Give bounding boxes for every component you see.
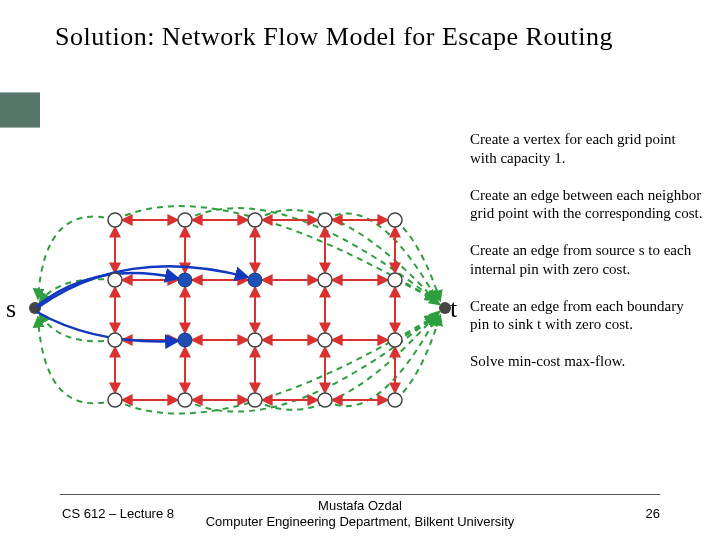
svg-point-42	[248, 333, 262, 347]
svg-point-51	[248, 273, 262, 287]
svg-point-44	[388, 333, 402, 347]
footer-dept: Computer Engineering Department, Bilkent…	[206, 514, 515, 529]
svg-point-39	[318, 273, 332, 287]
page-title: Solution: Network Flow Model for Escape …	[55, 22, 680, 52]
svg-point-47	[248, 393, 262, 407]
svg-point-49	[388, 393, 402, 407]
svg-point-41	[108, 333, 122, 347]
svg-point-34	[178, 213, 192, 227]
svg-point-40	[388, 273, 402, 287]
step-2: Create an edge between each neighbor gri…	[470, 186, 705, 224]
svg-point-52	[178, 333, 192, 347]
footer-author: Mustafa Ozdal	[318, 498, 402, 513]
svg-point-33	[108, 213, 122, 227]
step-3: Create an edge from source s to each int…	[470, 241, 705, 279]
step-5: Solve min-cost max-flow.	[470, 352, 705, 371]
svg-point-50	[178, 273, 192, 287]
svg-point-43	[318, 333, 332, 347]
footer-rule	[60, 494, 660, 495]
svg-point-38	[108, 273, 122, 287]
accent-bar	[0, 92, 40, 128]
svg-point-48	[318, 393, 332, 407]
step-1: Create a vertex for each grid point with…	[470, 130, 705, 168]
footer-affil: Mustafa Ozdal Computer Engineering Depar…	[0, 498, 720, 529]
svg-point-45	[108, 393, 122, 407]
step-4: Create an edge from each boundary pin to…	[470, 297, 705, 335]
svg-point-37	[388, 213, 402, 227]
svg-point-46	[178, 393, 192, 407]
flow-diagram	[15, 180, 465, 445]
svg-point-35	[248, 213, 262, 227]
algorithm-steps: Create a vertex for each grid point with…	[470, 130, 705, 389]
svg-point-36	[318, 213, 332, 227]
page-number: 26	[646, 506, 660, 521]
svg-point-1	[439, 302, 451, 314]
